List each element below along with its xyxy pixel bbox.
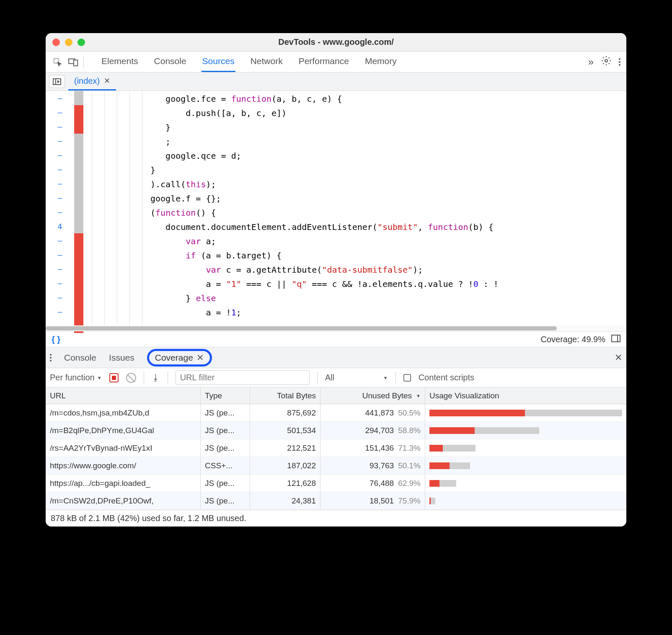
file-tab-index[interactable]: (index) ✕ <box>68 72 116 90</box>
content-scripts-checkbox[interactable] <box>403 374 411 382</box>
coverage-toolbar: Per function▼ ⭳ All▼ Content scripts <box>46 368 626 387</box>
inspect-element-icon[interactable] <box>52 56 63 68</box>
file-tab-label: (index) <box>74 76 100 86</box>
window-title: DevTools - www.google.com/ <box>46 37 626 47</box>
kebab-menu-icon[interactable] <box>619 58 620 66</box>
pretty-print-icon[interactable]: { } <box>52 335 60 344</box>
devtools-window: DevTools - www.google.com/ Elements Cons… <box>46 33 626 527</box>
col-total[interactable]: Total Bytes <box>250 387 320 404</box>
settings-gear-icon[interactable] <box>601 56 611 68</box>
source-editor[interactable]: –––––––––4––––––– google.fce = function(… <box>46 91 626 325</box>
export-icon[interactable]: ⭳ <box>152 373 160 382</box>
main-toolbar: Elements Console Sources Network Perform… <box>46 52 626 72</box>
titlebar: DevTools - www.google.com/ <box>46 33 626 52</box>
table-row[interactable]: /m=CnSW2d,DPreE,P10Owf,JS (pe...24,38118… <box>46 492 626 510</box>
minimize-window-button[interactable] <box>65 39 72 46</box>
svg-rect-2 <box>74 60 78 66</box>
indent-guides <box>83 91 150 325</box>
drawer-tab-issues[interactable]: Issues <box>109 353 134 363</box>
device-toggle-icon[interactable] <box>67 56 79 68</box>
tab-sources[interactable]: Sources <box>202 52 235 72</box>
table-row[interactable]: /rs=AA2YrTvBynad-nWEy1xIJS (pe...212,521… <box>46 439 626 457</box>
tab-memory[interactable]: Memory <box>364 52 398 72</box>
table-row[interactable]: /m=B2qlPe,DhPYme,GU4GalJS (pe...501,5342… <box>46 422 626 439</box>
tab-performance[interactable]: Performance <box>298 52 350 72</box>
col-type[interactable]: Type <box>201 387 250 404</box>
editor-statusbar: { } Coverage: 49.9% <box>46 331 626 347</box>
more-tabs-icon[interactable]: » <box>588 56 594 68</box>
col-unused[interactable]: Unused Bytes▼ <box>320 387 425 404</box>
type-filter-select[interactable]: All▼ <box>325 373 388 382</box>
close-drawer-icon[interactable]: ✕ <box>615 352 622 363</box>
traffic-lights <box>52 39 85 46</box>
close-window-button[interactable] <box>52 39 60 46</box>
coverage-table: URL Type Total Bytes Unused Bytes▼ Usage… <box>46 387 626 510</box>
close-icon[interactable]: ✕ <box>104 76 110 85</box>
drawer-tab-console[interactable]: Console <box>64 353 96 363</box>
granularity-select[interactable]: Per function▼ <box>50 373 102 382</box>
col-viz[interactable]: Usage Visualization <box>425 387 626 404</box>
navigator-toggle-icon[interactable] <box>49 75 65 88</box>
sidebar-right-toggle-icon[interactable] <box>611 335 620 344</box>
svg-rect-6 <box>612 335 620 342</box>
content-scripts-label: Content scripts <box>419 373 474 382</box>
drawer-tabs: Console Issues Coverage ✕ ✕ <box>46 347 626 368</box>
table-row[interactable]: https://www.google.com/CSS+...187,02293,… <box>46 457 626 475</box>
maximize-window-button[interactable] <box>78 39 85 46</box>
file-tabs-bar: (index) ✕ <box>46 72 626 91</box>
horizontal-scrollbar[interactable] <box>46 325 626 331</box>
close-icon[interactable]: ✕ <box>196 353 204 363</box>
coverage-summary: 878 kB of 2.1 MB (42%) used so far, 1.2 … <box>46 510 626 527</box>
table-header: URL Type Total Bytes Unused Bytes▼ Usage… <box>46 387 626 404</box>
code-content[interactable]: google.fce = function(a, b, c, e) { d.pu… <box>150 91 626 325</box>
main-tabs: Elements Console Sources Network Perform… <box>101 52 584 72</box>
col-url[interactable]: URL <box>46 387 201 404</box>
tab-console[interactable]: Console <box>153 52 187 72</box>
table-row[interactable]: /m=cdos,hsm,jsa,mb4ZUb,dJS (pe...875,692… <box>46 404 626 422</box>
tab-elements[interactable]: Elements <box>101 52 139 72</box>
drawer-tab-coverage[interactable]: Coverage ✕ <box>147 349 212 367</box>
separator <box>83 56 84 68</box>
clear-button[interactable] <box>126 373 136 383</box>
tab-network[interactable]: Network <box>250 52 284 72</box>
drawer-menu-icon[interactable] <box>50 354 52 361</box>
table-row[interactable]: https://ap.../cb=gapi.loaded_JS (pe...12… <box>46 475 626 492</box>
svg-point-3 <box>605 59 607 62</box>
record-button[interactable] <box>109 373 119 382</box>
editor-gutter: –––––––––4––––––– <box>46 91 83 325</box>
coverage-status: Coverage: 49.9% <box>540 335 605 344</box>
url-filter-input[interactable] <box>176 370 310 385</box>
